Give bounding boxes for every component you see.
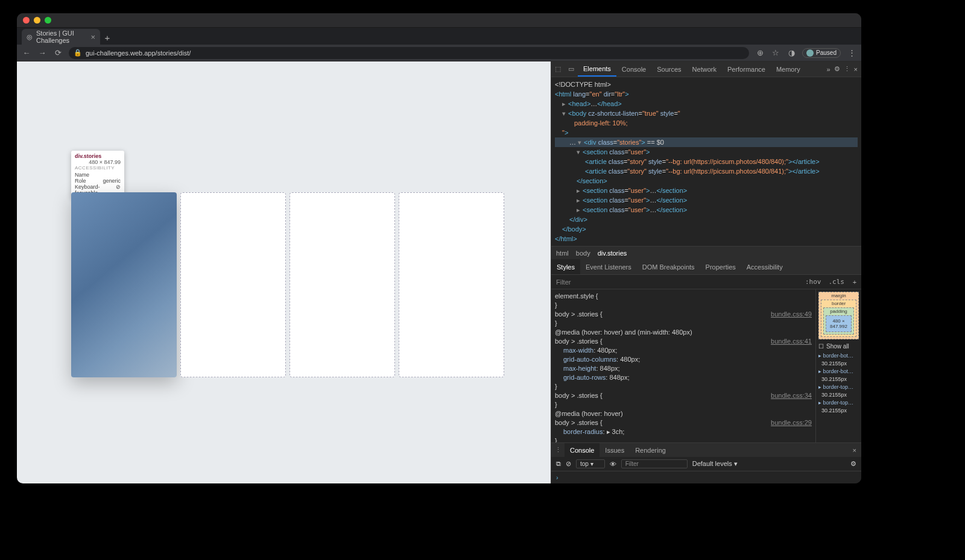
menu-icon[interactable]: ⋮ <box>847 48 856 57</box>
styles-body: element.style { } body > .stories {bundl… <box>551 289 861 442</box>
context-selector[interactable]: top ▾ <box>576 459 605 468</box>
drawer-tab-rendering[interactable]: Rendering <box>630 443 671 457</box>
close-window-icon[interactable] <box>23 17 30 24</box>
inspect-icon[interactable]: ⬚ <box>551 65 565 73</box>
search-icon[interactable]: ⊕ <box>755 48 765 57</box>
tab-favicon-icon: ◎ <box>27 33 33 41</box>
box-border: border padding 480 × 847.992 <box>821 300 856 337</box>
tab-dom-breakpoints[interactable]: DOM Breakpoints <box>637 259 700 274</box>
crumb[interactable]: body <box>576 250 590 257</box>
settings-icon[interactable]: ⚙ <box>834 65 840 73</box>
tab-styles[interactable]: Styles <box>551 259 580 274</box>
stories-container <box>71 192 504 377</box>
titlebar <box>17 13 861 28</box>
story-card[interactable] <box>290 192 395 377</box>
avatar-icon <box>806 49 814 57</box>
extension-icon[interactable]: ◑ <box>786 48 796 57</box>
toolbar-right: ⊕ ☆ ◑ Paused ⋮ <box>755 48 856 58</box>
lock-icon: 🔒 <box>74 49 82 57</box>
tab-accessibility[interactable]: Accessibility <box>741 259 788 274</box>
log-levels-selector[interactable]: Default levels ▾ <box>692 460 738 468</box>
tooltip-selector: div.stories <box>75 153 101 159</box>
box-model: margin border padding 480 × 847.992 <box>816 289 861 342</box>
maximize-window-icon[interactable] <box>45 17 51 24</box>
console-menu-icon[interactable]: ⋮ <box>551 446 565 454</box>
console-filter-input[interactable]: Filter <box>621 459 688 468</box>
tooltip-dimensions: 480 × 847.99 <box>89 159 121 165</box>
tooltip-row: Name <box>75 172 121 178</box>
story-card[interactable] <box>71 192 177 377</box>
console-prompt[interactable]: › <box>551 471 861 483</box>
browser-tab[interactable]: ◎ Stories | GUI Challenges × <box>22 29 100 45</box>
computed-row: ▸ border-top… 30.2155px <box>818 383 859 399</box>
device-toggle-icon[interactable]: ▭ <box>565 65 578 73</box>
kebab-icon[interactable]: ⋮ <box>844 65 850 73</box>
story-card[interactable] <box>180 192 286 377</box>
drawer-tab-console[interactable]: Console <box>565 443 600 457</box>
tab-properties[interactable]: Properties <box>700 259 741 274</box>
dom-breadcrumb[interactable]: html body div.stories <box>551 246 861 259</box>
box-padding: padding 480 × 847.992 <box>823 307 854 335</box>
computed-row: ▸ border-bot… 30.2155px <box>818 352 859 368</box>
styles-tabbar: Styles Event Listeners DOM Breakpoints P… <box>551 259 861 275</box>
traffic-lights <box>23 17 51 24</box>
back-icon[interactable]: ← <box>22 48 31 57</box>
console-settings-icon[interactable]: ⚙ <box>850 460 856 468</box>
reload-icon[interactable]: ⟳ <box>53 48 63 57</box>
new-tab-button[interactable]: + <box>100 30 115 45</box>
computed-sidebar: margin border padding 480 × 847.992 ☐Sho… <box>815 289 861 442</box>
hov-toggle[interactable]: :hov <box>802 278 825 286</box>
devtools-panel: ⬚ ▭ Elements Console Sources Network Per… <box>551 61 861 483</box>
crumb[interactable]: html <box>556 250 569 257</box>
star-icon[interactable]: ☆ <box>771 48 780 57</box>
content-area: div.stories480 × 847.99 ACCESSIBILITY Na… <box>17 61 861 483</box>
tooltip-row: Rolegeneric <box>75 178 121 184</box>
address-bar: ← → ⟳ 🔒 gui-challenges.web.app/stories/d… <box>17 45 861 61</box>
drawer-tab-issues[interactable]: Issues <box>600 443 630 457</box>
computed-row: ▸ border-bot… 30.2155px <box>818 368 859 383</box>
live-expr-icon[interactable]: 👁 <box>610 461 616 468</box>
dom-tree[interactable]: <!DOCTYPE html> <html lang="en" dir="ltr… <box>551 77 861 246</box>
styles-filter-input[interactable]: Filter <box>551 278 802 286</box>
new-style-rule-icon[interactable]: + <box>848 278 861 286</box>
tab-memory[interactable]: Memory <box>771 61 806 77</box>
tab-sources[interactable]: Sources <box>651 61 686 77</box>
browser-window: ◎ Stories | GUI Challenges × + ← → ⟳ 🔒 g… <box>17 13 861 483</box>
clear-console-icon[interactable]: ⊘ <box>566 460 571 468</box>
tab-strip: ◎ Stories | GUI Challenges × + <box>17 28 861 45</box>
crumb[interactable]: div.stories <box>598 250 627 257</box>
computed-list: ▸ border-bot… 30.2155px ▸ border-bot… 30… <box>816 351 861 416</box>
console-drawer-tabs: ⋮ Console Issues Rendering × <box>551 442 861 457</box>
tab-event-listeners[interactable]: Event Listeners <box>580 259 637 274</box>
tab-performance[interactable]: Performance <box>722 61 771 77</box>
more-tabs-icon[interactable]: » <box>826 66 830 73</box>
forward-icon[interactable]: → <box>37 48 47 57</box>
rendered-page: div.stories480 × 847.99 ACCESSIBILITY Na… <box>17 61 551 483</box>
cls-toggle[interactable]: .cls <box>825 278 849 286</box>
box-content: 480 × 847.992 <box>826 315 852 332</box>
styles-rules[interactable]: element.style { } body > .stories {bundl… <box>551 289 815 442</box>
url-text: gui-challenges.web.app/stories/dist/ <box>86 49 191 57</box>
tab-title: Stories | GUI Challenges <box>36 30 87 44</box>
computed-row: ▸ border-top… 30.2155px <box>818 399 859 415</box>
console-toolbar: ⧉ ⊘ top ▾ 👁 Filter Default levels ▾ ⚙ <box>551 457 861 471</box>
element-tooltip: div.stories480 × 847.99 ACCESSIBILITY Na… <box>71 151 124 198</box>
url-input[interactable]: 🔒 gui-challenges.web.app/stories/dist/ <box>69 47 749 59</box>
close-drawer-icon[interactable]: × <box>848 447 861 454</box>
close-devtools-icon[interactable]: × <box>854 66 858 73</box>
minimize-window-icon[interactable] <box>34 17 40 24</box>
tab-console[interactable]: Console <box>616 61 651 77</box>
devtools-tabbar: ⬚ ▭ Elements Console Sources Network Per… <box>551 61 861 77</box>
console-sidebar-icon[interactable]: ⧉ <box>556 460 561 468</box>
profile-button[interactable]: Paused <box>802 48 841 58</box>
close-tab-icon[interactable]: × <box>90 33 95 42</box>
box-margin: margin border padding 480 × 847.992 <box>818 292 859 339</box>
story-card[interactable] <box>399 192 504 377</box>
styles-filter-row: Filter :hov .cls + <box>551 275 861 289</box>
tab-elements[interactable]: Elements <box>578 61 616 77</box>
tab-network[interactable]: Network <box>687 61 722 77</box>
show-all-toggle[interactable]: ☐Show all <box>816 342 861 351</box>
